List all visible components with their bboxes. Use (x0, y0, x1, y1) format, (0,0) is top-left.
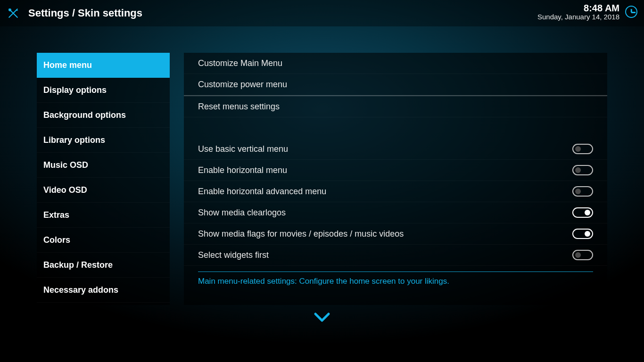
panel-description: Main menu-related settings: Configure th… (184, 272, 607, 286)
toggle-switch[interactable] (572, 144, 593, 154)
sidebar-item-background-options[interactable]: Background options (37, 103, 170, 128)
sidebar-item-home-menu[interactable]: Home menu (37, 53, 170, 78)
setting-enable-horizontal-advanced-menu[interactable]: Enable horizontal advanced menu (184, 181, 607, 202)
action-label: Customize Main Menu (198, 58, 282, 68)
sidebar-item-label: Music OSD (43, 160, 88, 170)
toggle-switch[interactable] (572, 250, 593, 260)
setting-label: Use basic vertical menu (198, 144, 288, 154)
toggle-switch[interactable] (572, 165, 593, 175)
setting-label: Enable horizontal menu (198, 165, 287, 175)
setting-label: Select widgets first (198, 250, 269, 260)
sidebar-item-video-osd[interactable]: Video OSD (37, 178, 170, 203)
breadcrumb: Settings / Skin settings (28, 7, 142, 19)
toggle-knob (575, 252, 581, 258)
sidebar-item-label: Backup / Restore (43, 260, 113, 270)
action-reset-menus-settings[interactable]: Reset menus settings (184, 96, 607, 117)
sidebar-item-label: Extras (43, 210, 69, 220)
svg-point-2 (9, 9, 11, 11)
description-divider (198, 272, 593, 272)
sidebar-item-music-osd[interactable]: Music OSD (37, 153, 170, 178)
setting-enable-horizontal-menu[interactable]: Enable horizontal menu (184, 160, 607, 181)
toggle-knob (575, 167, 581, 173)
sidebar-item-label: Background options (43, 110, 126, 120)
setting-label: Enable horizontal advanced menu (198, 187, 326, 197)
clock-time: 8:48 AM (537, 3, 619, 13)
action-customize-main-menu[interactable]: Customize Main Menu (184, 53, 607, 74)
sidebar-item-library-options[interactable]: Library options (37, 128, 170, 153)
settings-sidebar: Home menuDisplay optionsBackground optio… (37, 53, 170, 305)
clock-date: Sunday, January 14, 2018 (537, 13, 619, 21)
sidebar-item-label: Library options (43, 135, 105, 145)
sidebar-item-label: Video OSD (43, 185, 87, 195)
action-customize-power-menu[interactable]: Customize power menu (184, 74, 607, 95)
sidebar-item-label: Home menu (43, 60, 92, 70)
setting-show-media-flags-for-movies-episodes-music-videos[interactable]: Show media flags for movies / episodes /… (184, 223, 607, 245)
setting-show-media-clearlogos[interactable]: Show media clearlogos (184, 202, 607, 223)
toggle-knob (585, 231, 590, 237)
sidebar-item-display-options[interactable]: Display options (37, 78, 170, 103)
toggle-switch[interactable] (572, 229, 593, 239)
toggle-knob (585, 210, 590, 215)
toggle-knob (575, 189, 581, 194)
toggle-switch[interactable] (572, 186, 593, 197)
setting-select-widgets-first[interactable]: Select widgets first (184, 245, 607, 266)
setting-use-basic-vertical-menu[interactable]: Use basic vertical menu (184, 139, 607, 160)
sidebar-item-necessary-addons[interactable]: Necessary addons (37, 278, 170, 303)
settings-panel: Customize Main MenuCustomize power menuR… (184, 53, 607, 305)
action-label: Customize power menu (198, 80, 287, 90)
sidebar-item-colors[interactable]: Colors (37, 228, 170, 253)
spacer (184, 117, 607, 139)
header-bar: Settings / Skin settings 8:48 AM Sunday,… (0, 0, 644, 26)
clock-text: 8:48 AM Sunday, January 14, 2018 (537, 3, 619, 21)
setting-label: Show media clearlogos (198, 208, 286, 218)
toggle-switch[interactable] (572, 207, 593, 218)
sidebar-item-backup-restore[interactable]: Backup / Restore (37, 253, 170, 278)
sidebar-item-label: Display options (43, 85, 107, 95)
setting-label: Show media flags for movies / episodes /… (198, 229, 404, 239)
sidebar-item-extras[interactable]: Extras (37, 203, 170, 228)
action-label: Reset menus settings (198, 102, 280, 112)
toggle-knob (575, 146, 581, 152)
sidebar-item-label: Colors (43, 235, 70, 245)
app-logo-icon (7, 7, 20, 20)
scroll-down-button[interactable] (313, 312, 331, 323)
clock-icon (625, 6, 637, 18)
sidebar-item-label: Necessary addons (43, 285, 118, 295)
